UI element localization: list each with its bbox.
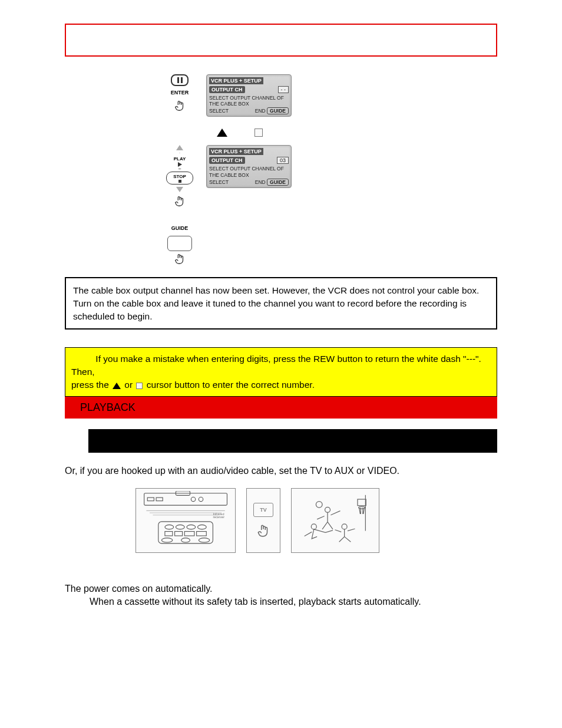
- svg-rect-14: [184, 531, 194, 535]
- closing-line1: The power comes on automatically.: [65, 582, 497, 595]
- svg-point-11: [197, 525, 206, 529]
- vcr-illustration: Infrared receiver: [135, 488, 236, 553]
- cursor-icons-row: [217, 129, 497, 137]
- osd2-end: END: [255, 179, 266, 185]
- tv-illustration: TV: [246, 488, 280, 553]
- guide-label: GUIDE: [171, 225, 189, 231]
- osd1-output-value: - -: [278, 86, 289, 93]
- svg-rect-13: [174, 531, 182, 535]
- svg-rect-5: [156, 498, 163, 501]
- press-hand-icon: [173, 252, 186, 265]
- stop-cursor-inline-icon: [136, 383, 143, 389]
- osd-screen-2: VCR PLUS + SETUP OUTPUT CH 03 SELECT OUT…: [206, 145, 292, 187]
- osd2-select: SELECT: [209, 179, 229, 185]
- svg-point-10: [187, 525, 196, 529]
- osd2-instructions: SELECT OUTPUT CHANNEL OF THE CABLE BOX: [209, 166, 289, 177]
- osd1-instructions: SELECT OUTPUT CHANNEL OF THE CABLE BOX: [209, 95, 289, 107]
- svg-rect-15: [197, 531, 207, 535]
- svg-point-18: [199, 538, 210, 542]
- svg-point-17: [181, 538, 190, 542]
- note-box: Note: If you make a mistake when enterin…: [65, 347, 497, 396]
- svg-rect-12: [165, 531, 173, 535]
- play-button[interactable]: PLAY: [163, 153, 197, 169]
- note-line1: If you make a mistake when entering digi…: [71, 354, 481, 377]
- note-line2a: press the: [71, 380, 111, 390]
- svg-point-3: [199, 497, 203, 501]
- svg-point-22: [316, 502, 323, 508]
- osd2-guide-btn: GUIDE: [267, 179, 289, 186]
- osd1-title: VCR PLUS + SETUP: [209, 77, 263, 84]
- osd2-output-label: OUTPUT CH: [209, 157, 245, 164]
- svg-text:receiver: receiver: [213, 515, 224, 519]
- stop-icon: [178, 180, 181, 183]
- svg-point-8: [165, 525, 174, 529]
- nav-up-icon: [176, 145, 183, 150]
- stop-cursor-icon: [254, 129, 263, 137]
- step-enter-row: ENTER VCR PLUS + SETUP OUTPUT CH - - SEL…: [153, 74, 497, 117]
- osd2-title: VCR PLUS + SETUP: [209, 148, 263, 155]
- nav-down-icon: [176, 187, 183, 192]
- play-icon: [178, 162, 182, 167]
- illustrations-row: Infrared receiver TV: [135, 488, 497, 553]
- up-cursor-icon: [217, 129, 227, 137]
- svg-point-25: [342, 524, 348, 529]
- stop-label: STOP: [173, 174, 186, 179]
- press-hand-icon: [173, 99, 186, 112]
- osd1-guide-btn: GUIDE: [267, 107, 289, 114]
- osd2-output-value: 03: [277, 157, 289, 164]
- svg-rect-0: [144, 493, 227, 505]
- note-line2c: cursor button to enter the correct numbe…: [144, 380, 314, 390]
- step-guide-row: GUIDE: [153, 225, 497, 265]
- pause-icon: [177, 77, 183, 83]
- note-line2b: or: [122, 380, 135, 390]
- enter-label: ENTER: [171, 90, 189, 95]
- basketball-illustration: [291, 488, 379, 553]
- press-hand-icon: [256, 523, 271, 538]
- svg-point-2: [191, 497, 195, 501]
- play-label: PLAY: [174, 156, 186, 162]
- svg-point-23: [325, 508, 330, 513]
- basketball-drawing: [298, 494, 372, 546]
- osd-screen-1: VCR PLUS + SETUP OUTPUT CH - - SELECT OU…: [206, 74, 292, 117]
- svg-point-24: [312, 524, 317, 529]
- osd1-select: SELECT: [209, 108, 229, 114]
- osd1-end: END: [255, 108, 266, 114]
- playback-section-title: PLAYBACK: [65, 397, 497, 419]
- closing-line2: When a cassette without its safety tab i…: [90, 595, 497, 608]
- playback-body-text: Or, if you are hooked up with an audio/v…: [65, 465, 497, 477]
- svg-rect-4: [147, 498, 154, 501]
- up-cursor-inline-icon: [113, 383, 121, 389]
- black-bar: [88, 429, 497, 453]
- enter-pause-button[interactable]: [171, 74, 189, 86]
- svg-rect-7: [158, 522, 213, 543]
- osd1-output-label: OUTPUT CH: [209, 86, 245, 93]
- svg-rect-20: [358, 499, 366, 506]
- step-play-stop-row: PLAY STOP VCR PLUS + SETUP OUTPUT CH 03 …: [153, 145, 497, 207]
- press-hand-icon: [173, 195, 186, 207]
- guide-button[interactable]: [167, 236, 192, 251]
- stop-button[interactable]: STOP: [166, 172, 193, 185]
- tv-box: TV: [253, 503, 273, 517]
- svg-point-9: [176, 525, 184, 529]
- vcr-drawing: Infrared receiver: [142, 491, 229, 546]
- info-box: The cable box output channel has now bee…: [65, 277, 497, 330]
- svg-point-16: [161, 538, 173, 542]
- info-box-text: The cable box output channel has now bee…: [73, 285, 479, 321]
- tv-label: TV: [260, 507, 267, 513]
- red-top-frame: [65, 24, 497, 57]
